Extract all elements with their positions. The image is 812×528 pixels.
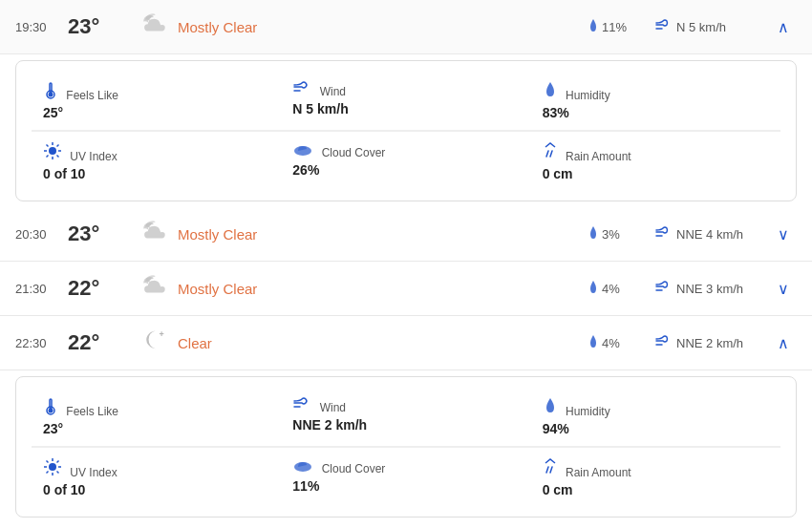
weather-icon-1 (130, 217, 178, 251)
svg-line-32 (546, 467, 548, 473)
weather-icon-3: + (130, 326, 178, 360)
detail-item-rain-amount-2: Rain Amount 0 cm (531, 132, 780, 191)
weather-icon-2 (130, 271, 178, 306)
time-2: 21:30 (15, 282, 68, 296)
detail-item-humidity: Humidity 94% (531, 387, 780, 446)
svg-line-14 (47, 156, 49, 158)
precip-0: 11% (588, 18, 655, 36)
svg-point-6 (49, 147, 56, 155)
weather-icon-0 (130, 10, 178, 44)
svg-point-5 (49, 93, 53, 97)
weather-row-3[interactable]: 22:30 22° + Clear 4% NNE 2 km/h (0, 316, 812, 370)
svg-line-13 (57, 145, 59, 147)
weather-row-1[interactable]: 20:30 23° Mostly Clear 3% NNE 4 km/h (0, 207, 812, 262)
temp-1: 23° (68, 222, 130, 246)
condition-2: Mostly Clear (178, 281, 588, 297)
wind-icon-1 (655, 226, 673, 243)
condition-3: Clear (178, 335, 588, 351)
cloud-icon (292, 457, 313, 475)
svg-line-28 (57, 472, 59, 474)
wind-3: NNE 2 km/h (655, 335, 770, 351)
svg-text:+: + (159, 329, 163, 339)
svg-line-12 (57, 156, 59, 158)
detail-item-wind: Wind N 5 km/h (281, 71, 530, 130)
wind-detail-icon (292, 396, 311, 414)
temp-3: 22° (68, 330, 130, 355)
feels-like-icon (43, 80, 58, 102)
svg-line-33 (550, 467, 552, 473)
detail-item-cloud-cover-2: Cloud Cover 26% (281, 132, 530, 191)
detail-item-rain-amount-2: Rain Amount 0 cm (531, 448, 780, 507)
svg-point-21 (49, 409, 53, 413)
wind-icon-3 (655, 335, 673, 351)
wind-detail-icon (292, 80, 311, 98)
svg-line-16 (546, 151, 548, 157)
svg-point-22 (49, 463, 56, 471)
detail-item-feels-like: Feels Like 25° (32, 71, 281, 130)
uv-icon (43, 457, 62, 479)
humidity-icon (543, 396, 558, 418)
svg-line-27 (47, 461, 49, 463)
temp-2: 22° (68, 276, 130, 301)
details-panel-0: Feels Like 25° Wind N 5 km/h Humidity (15, 60, 797, 201)
precip-icon-0 (588, 18, 598, 36)
precip-icon-2 (588, 280, 598, 298)
humidity-icon (543, 80, 558, 102)
detail-item-humidity: Humidity 83% (531, 71, 780, 130)
uv-icon (43, 141, 62, 163)
time-3: 22:30 (15, 336, 68, 350)
details-panel-3: Feels Like 23° Wind NNE 2 km/h Humidity (15, 376, 797, 517)
rain-icon (543, 457, 558, 479)
weather-row-2[interactable]: 21:30 22° Mostly Clear 4% NNE 3 km/h (0, 262, 812, 316)
wind-0: N 5 km/h (655, 19, 770, 35)
cloud-icon (292, 141, 313, 159)
chevron-1[interactable] (770, 225, 797, 243)
chevron-0[interactable] (770, 18, 797, 36)
condition-1: Mostly Clear (178, 226, 588, 243)
wind-icon-2 (655, 281, 673, 297)
time-1: 20:30 (15, 227, 68, 242)
detail-item-uv-index-2: UV Index 0 of 10 (32, 132, 281, 191)
wind-1: NNE 4 km/h (655, 226, 770, 243)
weather-row-0[interactable]: 19:30 23° Mostly Clear 11% N 5 km/h (0, 0, 812, 54)
rain-icon (543, 141, 558, 163)
chevron-2[interactable] (770, 280, 797, 298)
precip-icon-1 (588, 225, 598, 243)
svg-line-17 (550, 151, 552, 157)
detail-item-feels-like: Feels Like 23° (32, 387, 281, 446)
condition-0: Mostly Clear (178, 19, 588, 35)
precip-1: 3% (588, 225, 655, 243)
detail-item-cloud-cover-2: Cloud Cover 11% (281, 448, 530, 507)
detail-item-uv-index-2: UV Index 0 of 10 (32, 448, 281, 507)
wind-2: NNE 3 km/h (655, 281, 770, 297)
feels-like-icon (43, 396, 58, 418)
svg-line-30 (47, 472, 49, 474)
temp-0: 23° (68, 14, 130, 39)
wind-icon-0 (655, 19, 673, 35)
detail-item-wind: Wind NNE 2 km/h (281, 387, 530, 446)
time-0: 19:30 (15, 20, 68, 34)
chevron-3[interactable] (770, 334, 797, 352)
precip-icon-3 (588, 334, 598, 352)
svg-line-11 (47, 145, 49, 147)
precip-2: 4% (588, 280, 655, 298)
svg-line-29 (57, 461, 59, 463)
precip-3: 4% (588, 334, 655, 352)
